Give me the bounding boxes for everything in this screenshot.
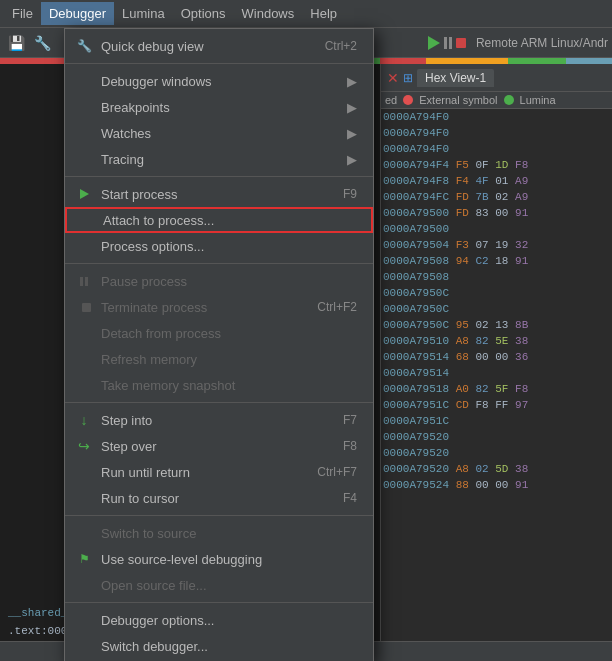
hex-row: 0000A79508 94 C2 18 91 [383,253,610,269]
arrow-icon-2: ▶ [347,100,357,115]
hex-row: 0000A79510 A8 82 5E 38 [383,333,610,349]
menu-item-source-debug[interactable]: ⚑ Use source-level debugging [65,546,373,572]
hex-addr: 0000A79500 [383,223,449,235]
menu-item-refresh-memory[interactable]: Refresh memory [65,346,373,372]
step-into-icon: ↓ [73,412,95,428]
menu-item-run-to-cursor[interactable]: Run to cursor F4 [65,485,373,511]
hex-row: 0000A79500 [383,221,610,237]
separator-3 [65,263,373,264]
hex-row: 0000A794F0 [383,109,610,125]
menu-item-breakpoints[interactable]: Breakpoints ▶ [65,94,373,120]
hex-tab[interactable]: Hex View-1 [417,69,494,87]
menu-item-quick-debug[interactable]: 🔧 Quick debug view Ctrl+2 [65,33,373,59]
hex-addr: 0000A7951C [383,399,449,411]
hex-addr: 0000A7950C [383,287,449,299]
menu-item-attach-process[interactable]: Attach to process... [65,207,373,233]
step-over-icon: ↪ [73,438,95,454]
lumina-dot [504,95,514,105]
menubar: File Debugger Lumina Options Windows Hel… [0,0,612,28]
hex-addr: 0000A79514 [383,351,449,363]
hex-row: 0000A79504 F3 07 19 32 [383,237,610,253]
hex-addr: 0000A79514 [383,367,449,379]
hex-row: 0000A79508 [383,269,610,285]
menu-item-file[interactable]: File [4,2,41,25]
hex-indicators: ed External symbol Lumina [381,92,612,109]
menu-item-lumina[interactable]: Lumina [114,2,173,25]
hex-row: 0000A7951C [383,413,610,429]
dropdown-overlay: 🔧 Quick debug view Ctrl+2 Debugger windo… [64,28,374,661]
play-icon-menu [73,189,95,199]
hex-panel-header: ✕ ⊞ Hex View-1 [381,64,612,92]
menu-item-options[interactable]: Options [173,2,234,25]
hex-row: 0000A794F0 [383,141,610,157]
debug-icon: 🔧 [73,39,95,53]
arrow-icon-3: ▶ [347,126,357,141]
hex-row: 0000A79514 [383,365,610,381]
shortcut-f7: F7 [343,413,357,427]
hex-addr: 0000A794F0 [383,127,449,139]
hex-addr: 0000A79500 [383,207,449,219]
hex-row: 0000A7950C [383,301,610,317]
hex-addr: 0000A79508 [383,271,449,283]
menu-item-watches[interactable]: Watches ▶ [65,120,373,146]
color-strip-hex [380,58,612,64]
remote-label: Remote ARM Linux/Andr [476,36,608,50]
menu-item-help[interactable]: Help [302,2,345,25]
lumina-label: Lumina [520,94,556,106]
hex-addr: 0000A79520 [383,431,449,443]
remote-play-button[interactable] [428,36,466,50]
hex-row: 0000A79520 [383,429,610,445]
menu-item-windows[interactable]: Windows [234,2,303,25]
menu-item-terminate[interactable]: Terminate process Ctrl+F2 [65,294,373,320]
debug-button[interactable]: 🔧 [30,31,54,55]
hex-addr: 0000A79510 [383,335,449,347]
menu-item-tracing[interactable]: Tracing ▶ [65,146,373,172]
pause-icon [444,37,452,49]
close-icon[interactable]: ✕ [387,70,399,86]
menu-item-debugger-windows[interactable]: Debugger windows ▶ [65,68,373,94]
menu-item-debugger-options[interactable]: Debugger options... [65,607,373,633]
separator-2 [65,176,373,177]
hex-addr: 0000A794F0 [383,143,449,155]
separator-6 [65,602,373,603]
save-button[interactable]: 💾 [4,31,28,55]
stop-icon [456,38,466,48]
hex-row: 0000A794FC FD 7B 02 A9 [383,189,610,205]
hex-row: 0000A794F4 F5 0F 1D F8 [383,157,610,173]
menu-item-run-until-return[interactable]: Run until return Ctrl+F7 [65,459,373,485]
shortcut-ctrl2: Ctrl+2 [325,39,357,53]
menu-item-open-source[interactable]: Open source file... [65,572,373,598]
hex-row: 0000A79520 A8 02 5D 38 [383,461,610,477]
stop-icon-menu [75,303,97,312]
hex-addr: 0000A794FC [383,191,449,203]
menu-item-step-into[interactable]: ↓ Step into F7 [65,407,373,433]
hex-panel-icon: ⊞ [403,71,413,85]
menu-item-debugger[interactable]: Debugger [41,2,114,25]
hex-row: 0000A794F0 [383,125,610,141]
hex-content[interactable]: 0000A794F0 0000A794F0 0000A794F0 0000A79… [381,109,612,650]
shortcut-f8: F8 [343,439,357,453]
menu-item-step-over[interactable]: ↪ Step over F8 [65,433,373,459]
hex-addr: 0000A79508 [383,255,449,267]
menu-item-process-options[interactable]: Process options... [65,233,373,259]
menu-item-start-process[interactable]: Start process F9 [65,181,373,207]
menu-item-pause-process[interactable]: Pause process [65,268,373,294]
hex-row: 0000A7950C 95 02 13 8B [383,317,610,333]
menu-item-memory-snapshot[interactable]: Take memory snapshot [65,372,373,398]
hex-row: 0000A7951C CD F8 FF 97 [383,397,610,413]
hex-addr: 0000A794F4 [383,159,449,171]
hex-addr: 0000A79504 [383,239,449,251]
shortcut-f9: F9 [343,187,357,201]
dropdown-menu: 🔧 Quick debug view Ctrl+2 Debugger windo… [64,28,374,661]
hex-addr: 0000A7950C [383,303,449,315]
hex-row: 0000A794F8 F4 4F 01 A9 [383,173,610,189]
menu-item-switch-debugger[interactable]: Switch debugger... [65,633,373,659]
menu-item-switch-source[interactable]: Switch to source [65,520,373,546]
hex-addr: 0000A79520 [383,447,449,459]
arrow-icon-4: ▶ [347,152,357,167]
pause-icon-menu [73,277,95,286]
menu-item-detach[interactable]: Detach from process [65,320,373,346]
hex-addr: 0000A79524 [383,479,449,491]
ext-symbol-label: External symbol [419,94,497,106]
source-debug-icon: ⚑ [73,552,95,566]
